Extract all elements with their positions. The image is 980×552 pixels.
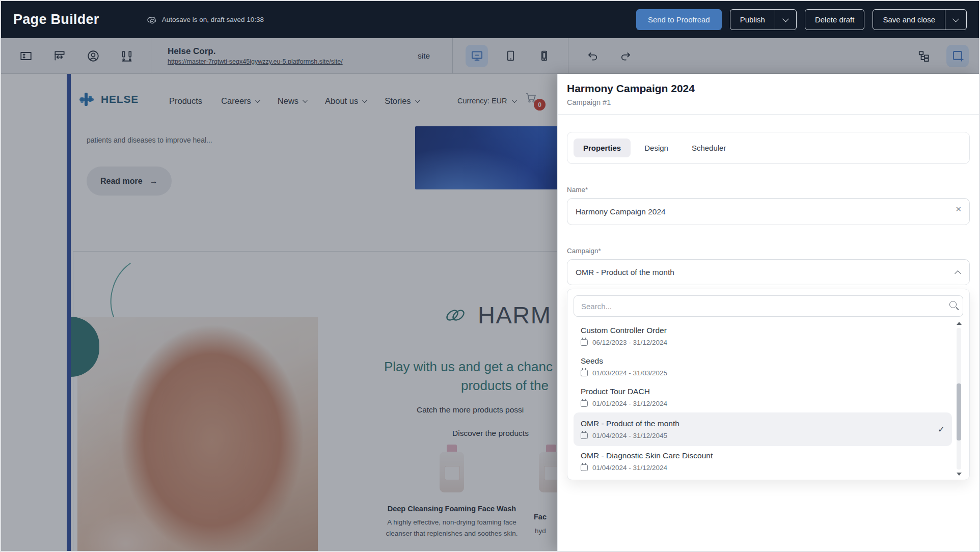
desktop-icon xyxy=(470,49,484,63)
redo-icon xyxy=(619,49,633,63)
name-field-label: Name* xyxy=(567,186,970,194)
campaign-select-value: OMR - Product of the month xyxy=(576,268,674,277)
helse-logo[interactable]: HELSE xyxy=(77,90,139,108)
campaign-headline-2: products of the xyxy=(461,378,549,394)
cloud-check-icon xyxy=(146,15,157,24)
site-url-link[interactable]: https://master-7rqtwti-seqx45igywzzy.eu-… xyxy=(168,58,388,65)
panel-body: Properties Design Scheduler Name* ✕ Camp… xyxy=(558,132,979,480)
markers-icon xyxy=(120,49,133,63)
undo-button[interactable] xyxy=(581,45,604,67)
name-field-wrap: ✕ xyxy=(567,194,970,225)
campaign-headline-1: Play with us and get a chanc xyxy=(384,359,553,375)
chevron-down-icon xyxy=(255,98,260,103)
calendar-icon xyxy=(581,370,588,376)
tab-properties[interactable]: Properties xyxy=(574,139,631,157)
currency-selector[interactable]: Currency: EUR xyxy=(457,88,515,114)
site-name[interactable]: Helse Corp. xyxy=(168,46,388,57)
product-card[interactable]: Deep Cleansing Foaming Face Wash A highl… xyxy=(386,452,518,539)
helse-logo-icon xyxy=(77,90,96,108)
toolbar-divider xyxy=(395,38,395,73)
send-to-proofread-button[interactable]: Send to Proofread xyxy=(636,9,722,30)
check-icon: ✓ xyxy=(938,424,945,435)
cart-count-badge: 0 xyxy=(534,99,546,111)
campaign-subline-1: Catch the more products possi xyxy=(417,405,524,415)
dropdown-option[interactable]: Product Tour DACH 01/01/2024 - 31/12/202… xyxy=(574,382,952,412)
nav-item-about-us[interactable]: About us xyxy=(325,96,366,106)
dropdown-option-selected[interactable]: OMR - Product of the month 01/04/2024 - … xyxy=(574,412,952,446)
dropdown-option[interactable]: OMR - Diagnostic Skin Care Discount 01/0… xyxy=(574,446,952,477)
save-and-close-button[interactable]: Save and close xyxy=(873,9,967,30)
tree-icon xyxy=(917,49,931,63)
panel-tabs: Properties Design Scheduler xyxy=(567,132,970,164)
dropdown-search-input[interactable] xyxy=(574,295,963,317)
publish-label: Publish xyxy=(730,15,775,24)
tablet-icon xyxy=(504,49,517,62)
clear-name-icon[interactable]: ✕ xyxy=(955,205,962,214)
environment-label: site xyxy=(402,51,445,61)
dropdown-scrollbar xyxy=(956,322,962,476)
tab-scheduler[interactable]: Scheduler xyxy=(682,139,736,157)
desktop-preview-button[interactable] xyxy=(466,45,488,67)
name-input[interactable] xyxy=(567,198,970,225)
scroll-down-arrow[interactable] xyxy=(957,473,962,476)
undo-icon xyxy=(586,49,599,63)
toolbar-divider xyxy=(151,38,151,73)
campaign-subline-2: Discover the products xyxy=(452,429,529,438)
site-nav-items: Products Careers News About us Stories xyxy=(169,88,419,114)
cart-button[interactable]: 0 xyxy=(525,92,537,106)
publish-button[interactable]: Publish xyxy=(730,9,797,30)
chevron-down-icon xyxy=(511,98,516,103)
ab-test-button[interactable] xyxy=(116,45,138,67)
delete-draft-button[interactable]: Delete draft xyxy=(805,9,865,30)
scrollbar-thumb[interactable] xyxy=(957,383,961,440)
harmony-brand: HARM xyxy=(441,301,551,329)
product-description: A highly effective, non-drying foaming f… xyxy=(386,517,518,539)
dropdown-option[interactable]: Custom Controller Order 06/12/2023 - 31/… xyxy=(574,321,952,351)
publish-dropdown-toggle[interactable] xyxy=(775,10,796,30)
save-and-close-label: Save and close xyxy=(873,15,945,24)
panel-toggle-button[interactable] xyxy=(15,45,37,67)
helse-logo-text: HELSE xyxy=(101,93,139,105)
panel-header: Harmony Campaign 2024 Campaign #1 xyxy=(558,74,979,115)
campaign-dropdown: Custom Controller Order 06/12/2023 - 31/… xyxy=(567,289,970,480)
add-section-button[interactable] xyxy=(946,45,969,67)
tab-design[interactable]: Design xyxy=(635,139,678,157)
dropdown-option[interactable]: Seeds 01/03/2024 - 31/03/2025 xyxy=(574,351,952,382)
top-bar: Page Builder Autosave is on, draft saved… xyxy=(1,1,979,38)
page-tree-button[interactable] xyxy=(913,45,935,67)
campaign-settings-panel: Harmony Campaign 2024 Campaign #1 Proper… xyxy=(557,74,979,551)
campaign-select[interactable]: OMR - Product of the month xyxy=(567,259,970,285)
article-teaser-text: patients and diseases to improve heal... xyxy=(87,136,212,144)
mobile-preview-button[interactable] xyxy=(533,45,555,67)
autosave-status: Autosave is on, draft saved 10:38 xyxy=(146,15,264,24)
dropdown-search-wrap xyxy=(574,295,963,317)
product-image xyxy=(539,452,557,492)
chevron-down-icon xyxy=(782,16,789,22)
redo-button[interactable] xyxy=(615,45,637,67)
read-more-button[interactable]: Read more → xyxy=(87,167,172,196)
product-title: Deep Cleansing Foaming Face Wash xyxy=(386,505,518,513)
nav-item-careers[interactable]: Careers xyxy=(221,96,259,106)
site-preview: HELSE Products Careers News About us Sto… xyxy=(1,74,557,551)
nav-item-news[interactable]: News xyxy=(278,96,306,106)
harmony-chain-icon xyxy=(441,306,470,325)
tablet-preview-button[interactable] xyxy=(499,45,522,67)
article-hero-image xyxy=(415,126,557,189)
nav-item-stories[interactable]: Stories xyxy=(385,96,418,106)
mobile-icon xyxy=(538,49,551,62)
save-dropdown-toggle[interactable] xyxy=(945,10,966,30)
scroll-up-arrow[interactable] xyxy=(957,322,962,325)
product-image xyxy=(440,452,464,492)
autosave-text: Autosave is on, draft saved 10:38 xyxy=(162,16,264,23)
chevron-down-icon xyxy=(952,16,959,22)
campaign-field-label: Campaign* xyxy=(567,247,970,255)
nav-item-products[interactable]: Products xyxy=(169,96,202,106)
personalization-button[interactable] xyxy=(82,45,104,67)
toolbar-divider xyxy=(452,38,453,73)
product-description: hyd xyxy=(535,527,546,535)
search-icon xyxy=(949,301,957,308)
calendar-icon xyxy=(581,464,588,471)
layout-swap-button[interactable] xyxy=(48,45,71,67)
topbar-actions: Send to Proofread Publish Delete draft S… xyxy=(636,9,967,30)
panel-subtitle: Campaign #1 xyxy=(567,98,970,106)
